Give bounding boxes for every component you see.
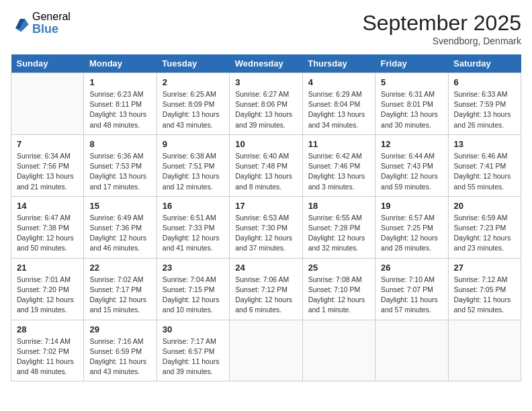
day-number: 27	[454, 263, 515, 273]
day-info: Sunrise: 7:02 AM Sunset: 7:17 PM Dayligh…	[89, 275, 150, 316]
logo-blue: Blue	[32, 23, 71, 36]
day-number: 26	[381, 263, 442, 273]
week-row-2: 14Sunrise: 6:47 AM Sunset: 7:38 PM Dayli…	[11, 196, 521, 258]
day-number: 22	[89, 263, 150, 273]
calendar-cell: 7Sunrise: 6:34 AM Sunset: 7:56 PM Daylig…	[11, 134, 84, 196]
col-header-tuesday: Tuesday	[157, 54, 229, 73]
page-header: General Blue September 2025 Svendborg, D…	[11, 11, 521, 46]
day-number: 29	[89, 324, 150, 334]
day-number: 11	[308, 139, 369, 149]
calendar-cell: 30Sunrise: 7:17 AM Sunset: 6:57 PM Dayli…	[157, 320, 229, 381]
calendar-body: 1Sunrise: 6:23 AM Sunset: 8:11 PM Daylig…	[11, 73, 521, 381]
logo-general: General	[32, 11, 71, 23]
calendar-header: SundayMondayTuesdayWednesdayThursdayFrid…	[11, 54, 521, 73]
day-info: Sunrise: 7:16 AM Sunset: 6:59 PM Dayligh…	[89, 336, 150, 377]
logo-icon	[11, 14, 30, 33]
day-number: 21	[17, 263, 78, 273]
calendar-cell: 25Sunrise: 7:08 AM Sunset: 7:10 PM Dayli…	[302, 258, 375, 320]
day-info: Sunrise: 7:08 AM Sunset: 7:10 PM Dayligh…	[308, 275, 369, 316]
day-info: Sunrise: 6:55 AM Sunset: 7:28 PM Dayligh…	[308, 213, 369, 254]
calendar-cell: 5Sunrise: 6:31 AM Sunset: 8:01 PM Daylig…	[375, 73, 448, 135]
day-info: Sunrise: 6:59 AM Sunset: 7:23 PM Dayligh…	[454, 213, 515, 254]
col-header-friday: Friday	[375, 54, 448, 73]
calendar-cell	[302, 320, 375, 381]
day-info: Sunrise: 6:40 AM Sunset: 7:48 PM Dayligh…	[235, 151, 296, 192]
col-header-saturday: Saturday	[448, 54, 521, 73]
col-header-wednesday: Wednesday	[230, 54, 302, 73]
day-number: 6	[454, 77, 515, 87]
day-number: 13	[454, 139, 515, 149]
day-info: Sunrise: 6:53 AM Sunset: 7:30 PM Dayligh…	[235, 213, 296, 254]
day-info: Sunrise: 6:57 AM Sunset: 7:25 PM Dayligh…	[381, 213, 442, 254]
col-header-sunday: Sunday	[11, 54, 84, 73]
day-info: Sunrise: 6:47 AM Sunset: 7:38 PM Dayligh…	[17, 213, 78, 254]
calendar-cell: 18Sunrise: 6:55 AM Sunset: 7:28 PM Dayli…	[302, 196, 375, 258]
day-info: Sunrise: 6:36 AM Sunset: 7:53 PM Dayligh…	[89, 151, 150, 192]
day-info: Sunrise: 6:38 AM Sunset: 7:51 PM Dayligh…	[163, 151, 224, 192]
day-number: 12	[381, 139, 442, 149]
day-info: Sunrise: 7:01 AM Sunset: 7:20 PM Dayligh…	[17, 275, 78, 316]
calendar-cell: 9Sunrise: 6:38 AM Sunset: 7:51 PM Daylig…	[157, 134, 229, 196]
day-info: Sunrise: 7:14 AM Sunset: 7:02 PM Dayligh…	[17, 336, 78, 377]
calendar-cell: 26Sunrise: 7:10 AM Sunset: 7:07 PM Dayli…	[375, 258, 448, 320]
calendar-cell: 23Sunrise: 7:04 AM Sunset: 7:15 PM Dayli…	[157, 258, 229, 320]
day-info: Sunrise: 6:31 AM Sunset: 8:01 PM Dayligh…	[381, 89, 442, 130]
day-number: 9	[163, 139, 224, 149]
day-info: Sunrise: 6:33 AM Sunset: 7:59 PM Dayligh…	[454, 89, 515, 130]
day-number: 1	[89, 77, 150, 87]
col-header-thursday: Thursday	[302, 54, 375, 73]
day-info: Sunrise: 6:49 AM Sunset: 7:36 PM Dayligh…	[89, 213, 150, 254]
header-row: SundayMondayTuesdayWednesdayThursdayFrid…	[11, 54, 521, 73]
calendar-cell: 8Sunrise: 6:36 AM Sunset: 7:53 PM Daylig…	[84, 134, 157, 196]
day-number: 14	[17, 201, 78, 211]
calendar-cell: 1Sunrise: 6:23 AM Sunset: 8:11 PM Daylig…	[84, 73, 157, 135]
calendar-cell: 16Sunrise: 6:51 AM Sunset: 7:33 PM Dayli…	[157, 196, 229, 258]
day-info: Sunrise: 6:42 AM Sunset: 7:46 PM Dayligh…	[308, 151, 369, 192]
day-info: Sunrise: 7:04 AM Sunset: 7:15 PM Dayligh…	[163, 275, 224, 316]
day-number: 19	[381, 201, 442, 211]
calendar-cell: 29Sunrise: 7:16 AM Sunset: 6:59 PM Dayli…	[84, 320, 157, 381]
day-info: Sunrise: 6:34 AM Sunset: 7:56 PM Dayligh…	[17, 151, 78, 192]
location-subtitle: Svendborg, Denmark	[362, 36, 521, 46]
calendar-cell: 4Sunrise: 6:29 AM Sunset: 8:04 PM Daylig…	[302, 73, 375, 135]
day-number: 7	[17, 139, 78, 149]
day-number: 3	[235, 77, 296, 87]
calendar-cell: 20Sunrise: 6:59 AM Sunset: 7:23 PM Dayli…	[448, 196, 521, 258]
calendar-cell: 22Sunrise: 7:02 AM Sunset: 7:17 PM Dayli…	[84, 258, 157, 320]
col-header-monday: Monday	[84, 54, 157, 73]
day-info: Sunrise: 6:29 AM Sunset: 8:04 PM Dayligh…	[308, 89, 369, 130]
calendar-cell: 24Sunrise: 7:06 AM Sunset: 7:12 PM Dayli…	[230, 258, 302, 320]
calendar-cell	[11, 73, 84, 135]
day-info: Sunrise: 7:06 AM Sunset: 7:12 PM Dayligh…	[235, 275, 296, 316]
day-info: Sunrise: 7:10 AM Sunset: 7:07 PM Dayligh…	[381, 275, 442, 316]
day-info: Sunrise: 7:12 AM Sunset: 7:05 PM Dayligh…	[454, 275, 515, 316]
calendar-cell: 19Sunrise: 6:57 AM Sunset: 7:25 PM Dayli…	[375, 196, 448, 258]
calendar-cell: 13Sunrise: 6:46 AM Sunset: 7:41 PM Dayli…	[448, 134, 521, 196]
day-number: 24	[235, 263, 296, 273]
day-number: 5	[381, 77, 442, 87]
day-number: 10	[235, 139, 296, 149]
day-info: Sunrise: 6:23 AM Sunset: 8:11 PM Dayligh…	[89, 89, 150, 130]
day-info: Sunrise: 6:44 AM Sunset: 7:43 PM Dayligh…	[381, 151, 442, 192]
day-number: 8	[89, 139, 150, 149]
calendar-cell: 3Sunrise: 6:27 AM Sunset: 8:06 PM Daylig…	[230, 73, 302, 135]
calendar-cell	[375, 320, 448, 381]
calendar-cell: 2Sunrise: 6:25 AM Sunset: 8:09 PM Daylig…	[157, 73, 229, 135]
day-info: Sunrise: 6:27 AM Sunset: 8:06 PM Dayligh…	[235, 89, 296, 130]
day-number: 23	[163, 263, 224, 273]
day-info: Sunrise: 7:17 AM Sunset: 6:57 PM Dayligh…	[163, 336, 224, 377]
day-number: 30	[163, 324, 224, 334]
month-title: September 2025	[362, 11, 521, 36]
calendar-cell: 11Sunrise: 6:42 AM Sunset: 7:46 PM Dayli…	[302, 134, 375, 196]
week-row-3: 21Sunrise: 7:01 AM Sunset: 7:20 PM Dayli…	[11, 258, 521, 320]
title-block: September 2025 Svendborg, Denmark	[362, 11, 521, 46]
calendar-cell: 27Sunrise: 7:12 AM Sunset: 7:05 PM Dayli…	[448, 258, 521, 320]
calendar-cell: 14Sunrise: 6:47 AM Sunset: 7:38 PM Dayli…	[11, 196, 84, 258]
day-number: 16	[163, 201, 224, 211]
calendar-table: SundayMondayTuesdayWednesdayThursdayFrid…	[11, 54, 521, 381]
day-number: 4	[308, 77, 369, 87]
logo: General Blue	[11, 11, 71, 36]
calendar-cell: 21Sunrise: 7:01 AM Sunset: 7:20 PM Dayli…	[11, 258, 84, 320]
calendar-cell: 17Sunrise: 6:53 AM Sunset: 7:30 PM Dayli…	[230, 196, 302, 258]
calendar-cell: 10Sunrise: 6:40 AM Sunset: 7:48 PM Dayli…	[230, 134, 302, 196]
